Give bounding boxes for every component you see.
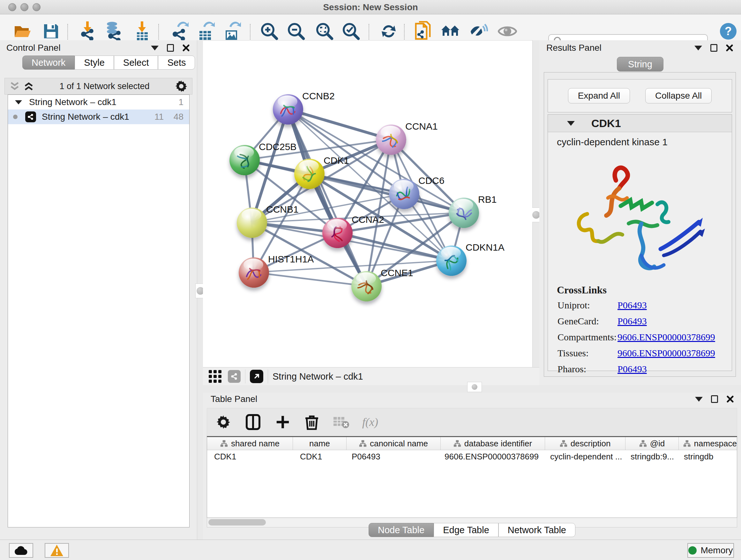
export-network-button[interactable] — [169, 21, 190, 42]
crosslink-row: Uniprot: P06493 — [557, 300, 732, 311]
entry-expander-icon[interactable] — [567, 121, 575, 126]
cell-shared-name[interactable]: CDK1 — [207, 450, 293, 463]
collection-expander-icon[interactable] — [15, 100, 22, 105]
cloud-button[interactable] — [9, 543, 33, 558]
save-session-button[interactable] — [41, 21, 61, 42]
tab-network[interactable]: Network — [22, 56, 75, 70]
column-header[interactable]: shared name — [207, 437, 293, 450]
network-node[interactable] — [351, 271, 382, 301]
help-button[interactable]: ? — [718, 21, 738, 42]
crosslink-link[interactable]: 9606.ENSP00000378699 — [617, 332, 715, 343]
network-row-selected[interactable]: String Network – cdk1 11 48 — [8, 110, 189, 124]
column-header[interactable]: @id — [625, 437, 679, 450]
open-session-button[interactable] — [13, 21, 33, 42]
crosslink-link[interactable]: P06493 — [617, 300, 647, 311]
grid-view-icon[interactable] — [208, 369, 222, 383]
table-panel-close-icon[interactable] — [726, 395, 734, 403]
table-options-gear-icon[interactable] — [216, 415, 231, 429]
open-in-window-icon[interactable] — [250, 370, 263, 383]
network-node[interactable] — [449, 198, 479, 228]
tab-string[interactable]: String — [617, 57, 664, 71]
column-type-icon — [639, 440, 647, 447]
tab-node-table[interactable]: Node Table — [368, 523, 434, 537]
column-header[interactable]: canonical name — [347, 437, 441, 450]
birds-eye-view-button[interactable] — [497, 21, 518, 42]
network-collection-row[interactable]: String Network – cdk1 1 — [8, 95, 189, 110]
add-column-icon[interactable] — [275, 415, 290, 429]
tab-style[interactable]: Style — [75, 56, 114, 70]
import-network-file-button[interactable] — [77, 21, 98, 42]
share-network-file-button[interactable] — [413, 21, 433, 42]
network-node[interactable] — [436, 246, 467, 276]
zoom-fit-button[interactable] — [314, 21, 335, 42]
export-table-button[interactable] — [195, 21, 216, 42]
entry-header[interactable]: CDK1 — [548, 115, 732, 132]
column-header[interactable]: description — [545, 437, 625, 450]
delete-column-icon[interactable] — [305, 414, 319, 430]
zoom-out-button[interactable] — [286, 21, 307, 42]
crosslink-link[interactable]: 9606.ENSP00000378699 — [617, 348, 715, 359]
graphics-details-toggle-button[interactable] — [468, 21, 489, 42]
home-networks-button[interactable] — [441, 21, 461, 42]
horizontal-splitter[interactable] — [203, 385, 741, 393]
warnings-button[interactable] — [45, 543, 69, 558]
results-panel-float-icon[interactable] — [711, 44, 718, 52]
table-panel-menu-icon[interactable] — [695, 397, 703, 401]
collapse-all-button[interactable]: Collapse All — [645, 88, 712, 104]
network-node[interactable] — [239, 257, 269, 288]
cell-description[interactable]: cyclin-dependent ... — [545, 450, 625, 463]
control-panel-close-icon[interactable] — [182, 44, 190, 52]
results-panel-close-icon[interactable] — [726, 44, 733, 52]
export-image-button[interactable] — [221, 21, 242, 42]
network-node-label: HIST1H1A — [268, 254, 314, 265]
network-node[interactable] — [229, 145, 260, 175]
cell-canonical-name[interactable]: P06493 — [347, 450, 441, 463]
network-node[interactable] — [237, 207, 267, 238]
column-header[interactable]: namespace — [679, 437, 737, 450]
network-options-gear-icon[interactable] — [175, 80, 188, 92]
zoom-in-button[interactable] — [259, 21, 280, 42]
cell-name[interactable]: CDK1 — [293, 450, 347, 463]
tab-select[interactable]: Select — [114, 56, 158, 70]
network-node[interactable] — [273, 94, 303, 125]
right-splitter[interactable] — [532, 40, 540, 385]
table-row[interactable]: CDK1 CDK1 P06493 9606.ENSP00000378699 cy… — [207, 450, 737, 463]
network-node[interactable] — [376, 125, 406, 155]
tab-sets[interactable]: Sets — [158, 56, 195, 70]
export-image-icon — [222, 21, 241, 41]
cell-database-identifier[interactable]: 9606.ENSP00000378699 — [441, 450, 545, 463]
crosslink-link[interactable]: P06493 — [617, 316, 647, 327]
left-splitter[interactable] — [197, 40, 204, 540]
refresh-button[interactable] — [379, 21, 399, 42]
tab-network-table[interactable]: Network Table — [498, 523, 576, 537]
network-node[interactable] — [294, 159, 325, 189]
tab-edge-table[interactable]: Edge Table — [434, 523, 498, 537]
control-panel-menu-icon[interactable] — [151, 46, 158, 51]
collapse-all-networks-icon[interactable] — [9, 81, 20, 91]
column-header[interactable]: name — [293, 437, 347, 450]
network-edge[interactable] — [254, 272, 366, 286]
column-header[interactable]: database identifier — [441, 437, 545, 450]
network-badge-icon[interactable] — [228, 370, 241, 383]
results-panel-menu-icon[interactable] — [694, 46, 702, 51]
crosslink-link[interactable]: P06493 — [617, 364, 647, 374]
expand-all-networks-icon[interactable] — [23, 81, 34, 91]
memory-button[interactable]: Memory — [687, 543, 734, 558]
houses-icon — [441, 23, 461, 40]
control-panel-float-icon[interactable] — [167, 44, 174, 52]
expand-all-button[interactable]: Expand All — [568, 88, 630, 104]
import-network-database-button[interactable] — [104, 21, 124, 42]
horizontal-splitter-handle[interactable] — [467, 382, 482, 392]
network-node[interactable] — [322, 218, 353, 248]
zoom-selected-button[interactable] — [341, 21, 361, 42]
cell-namespace[interactable]: stringdb — [679, 450, 737, 463]
import-table-file-button[interactable] — [132, 21, 152, 42]
toolbar-separator — [368, 24, 369, 42]
cell-id[interactable]: stringdb:9... — [625, 450, 679, 463]
table-panel-float-icon[interactable] — [711, 395, 718, 403]
database-network-icon — [104, 21, 124, 41]
network-selection-bar: 1 of 1 Network selected — [4, 78, 192, 95]
network-node[interactable] — [389, 179, 419, 209]
show-columns-icon[interactable] — [246, 414, 261, 430]
network-canvas[interactable]: CCNB2CCNA1CDC25BCDK1CDC6RB1CCNB1CCNA2CDK… — [203, 40, 532, 368]
